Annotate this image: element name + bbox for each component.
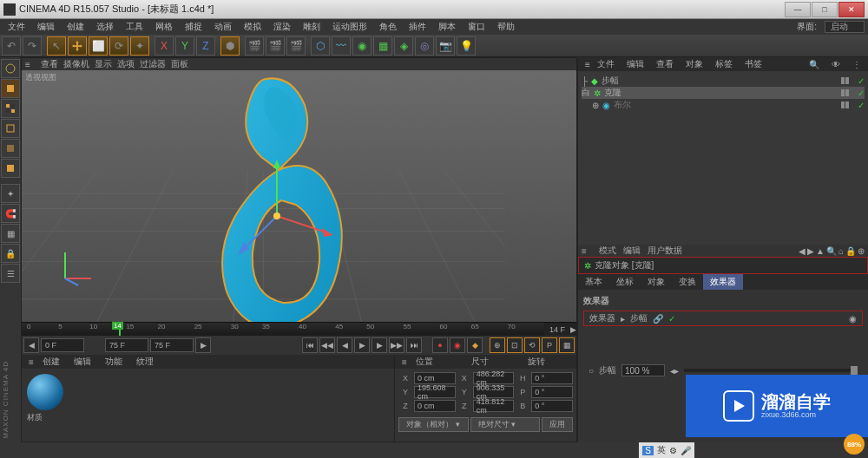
om-objects[interactable]: 对象 (681, 58, 708, 70)
start-frame[interactable]: 0 F (41, 338, 84, 352)
size-y[interactable]: 906.335 cm (473, 386, 515, 398)
goto-start[interactable]: ◀ (23, 337, 39, 353)
menu-animate[interactable]: 动画 (210, 21, 236, 33)
menu-mesh[interactable]: 网格 (151, 21, 177, 33)
effector-list[interactable]: 效果器▸ 步幅 🔗 ✓ ◉ (583, 311, 863, 326)
rot-p[interactable]: 0 ° (531, 386, 573, 398)
edge-mode[interactable] (1, 139, 20, 158)
tree-item-cloner[interactable]: 白✲克隆 ✓ (582, 87, 865, 99)
object-tree[interactable]: ├◆步幅 ✓ 白✲克隆 ✓ ⊕◉布尔 ✓ (578, 71, 868, 245)
environment[interactable]: ◎ (415, 36, 434, 56)
attr-mode[interactable]: 模式 (599, 245, 616, 257)
pos-z[interactable]: 0 cm (414, 400, 456, 412)
forward-end[interactable]: ⏭ (406, 337, 422, 353)
minimize-button[interactable]: — (785, 2, 811, 17)
timeline-ruler[interactable]: 14 0510152025303540455055606570 14 F ▶ (22, 322, 576, 336)
y-axis-lock[interactable]: Y (175, 36, 194, 56)
undo-button[interactable]: ↶ (2, 36, 21, 56)
cube-primitive[interactable]: ⬡ (311, 36, 330, 56)
snap-toggle[interactable]: 🧲 (1, 204, 20, 223)
camera-tool[interactable]: 📷 (436, 36, 455, 56)
menu-plugins[interactable]: 插件 (404, 21, 431, 33)
record-button[interactable]: ● (432, 337, 448, 353)
render-region[interactable]: 🎬 (266, 36, 285, 56)
axis-mode[interactable]: ✦ (1, 184, 20, 203)
redo-button[interactable]: ↷ (23, 36, 42, 56)
spline-tool[interactable]: 〰 (332, 36, 351, 56)
render-view[interactable]: 🎬 (245, 36, 264, 56)
material-preview[interactable] (27, 374, 63, 410)
attr-tab-basic[interactable]: 基本 (578, 274, 609, 290)
search-icon[interactable]: 🔍 (804, 60, 825, 69)
key-param[interactable]: P (542, 337, 557, 353)
pos-x[interactable]: 0 cm (414, 372, 456, 384)
z-axis-lock[interactable]: Z (196, 36, 215, 56)
rewind[interactable]: ⏮ (302, 337, 318, 353)
om-bookmarks[interactable]: 书签 (740, 58, 767, 70)
layout-dropdown[interactable]: 启动 (825, 21, 865, 33)
layers-button[interactable]: ☰ (1, 264, 20, 283)
scale-tool[interactable]: ⬜ (89, 36, 108, 56)
size-x[interactable]: 486.282 cm (473, 372, 515, 384)
om-tags[interactable]: 标签 (710, 58, 738, 70)
om-edit[interactable]: 编辑 (621, 58, 649, 70)
move-tool[interactable] (68, 36, 87, 56)
vp-display[interactable]: 显示 (95, 58, 112, 70)
mat-tab-edit[interactable]: 编辑 (67, 356, 98, 368)
menu-snap[interactable]: 捕捉 (181, 21, 207, 33)
attr-tab-object[interactable]: 对象 (641, 274, 672, 290)
rot-b[interactable]: 0 ° (531, 400, 573, 412)
array-tool[interactable]: ▦ (373, 36, 392, 56)
range-end2[interactable]: 75 F (150, 338, 194, 352)
menu-tools[interactable]: 工具 (122, 21, 148, 33)
last-tool[interactable]: ✦ (130, 36, 149, 56)
coord-system[interactable]: ⬢ (220, 36, 240, 56)
goto-end[interactable]: ▶ (195, 337, 211, 353)
om-file[interactable]: 文件 (592, 58, 620, 70)
next-key[interactable]: ▶▶ (389, 337, 404, 353)
menu-sculpt[interactable]: 雕刻 (299, 21, 325, 33)
move-gizmo[interactable] (216, 155, 338, 277)
attr-userdata[interactable]: 用户数据 (648, 245, 682, 257)
ime-indicator[interactable]: S 英⚙🎤 (639, 442, 694, 458)
select-tool[interactable]: ↖ (47, 36, 66, 56)
coord-mode2[interactable]: 绝对尺寸 ▾ (470, 417, 541, 432)
coord-mode1[interactable]: 对象（相对） ▾ (398, 417, 469, 432)
keyframe-sel[interactable]: ◆ (467, 337, 483, 353)
nurbs-tool[interactable]: ◉ (352, 36, 372, 56)
step-value[interactable]: 100 % (621, 364, 665, 376)
menu-character[interactable]: 角色 (375, 21, 401, 33)
menu-help[interactable]: 帮助 (493, 21, 519, 33)
maximize-button[interactable]: □ (812, 2, 838, 17)
attr-tab-coord[interactable]: 坐标 (609, 274, 641, 290)
mat-tab-create[interactable]: 创建 (36, 356, 67, 368)
play-button[interactable]: ▶ (354, 337, 370, 353)
viewport-canvas[interactable]: 透视视图 (22, 70, 576, 322)
menu-select[interactable]: 选择 (92, 21, 118, 33)
apply-button[interactable]: 应用 (542, 417, 573, 432)
light-tool[interactable]: 💡 (457, 36, 476, 56)
point-mode[interactable] (1, 119, 20, 138)
menu-script[interactable]: 脚本 (434, 21, 460, 33)
attr-edit[interactable]: 编辑 (623, 245, 641, 257)
vp-panel[interactable]: 面板 (171, 58, 188, 70)
autokey-button[interactable]: ◉ (450, 337, 465, 353)
key-pla[interactable]: ▦ (559, 337, 575, 353)
polygon-mode[interactable] (1, 159, 20, 178)
prev-key[interactable]: ◀◀ (319, 337, 335, 353)
next-frame[interactable]: ▶ (372, 337, 387, 353)
eye-icon[interactable]: 👁 (826, 60, 845, 69)
key-rot[interactable]: ⟲ (524, 337, 540, 353)
tree-item-boole[interactable]: ⊕◉布尔 ✓ (582, 99, 865, 111)
vp-filter[interactable]: 过滤器 (140, 58, 166, 70)
rot-h[interactable]: 0 ° (531, 372, 573, 384)
range-end[interactable]: 75 F (105, 338, 148, 352)
close-button[interactable]: ✕ (838, 2, 865, 17)
vp-options[interactable]: 选项 (117, 58, 135, 70)
lock-toggle[interactable]: 🔒 (1, 244, 20, 263)
step-slider[interactable] (684, 369, 858, 372)
om-view[interactable]: 查看 (651, 58, 679, 70)
menu-mograph[interactable]: 运动图形 (328, 21, 372, 33)
rotate-tool[interactable]: ⟳ (109, 36, 128, 56)
workplane[interactable]: ▦ (1, 224, 20, 243)
